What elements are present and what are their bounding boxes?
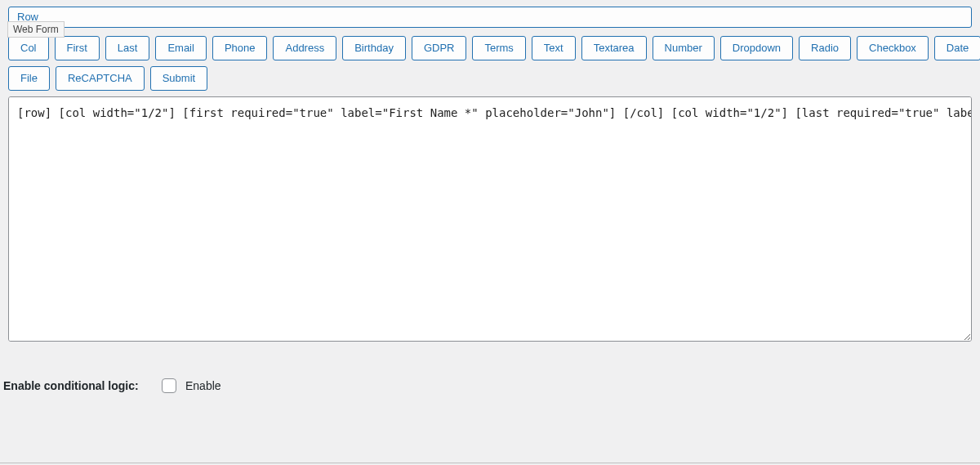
email-button[interactable]: Email (155, 36, 207, 60)
birthday-button[interactable]: Birthday (342, 36, 406, 60)
address-button[interactable]: Address (273, 36, 336, 60)
last-button[interactable]: Last (105, 36, 150, 60)
shortcode-textarea[interactable]: [row] [col width="1/2"] [first required=… (8, 96, 972, 342)
textarea-button[interactable]: Textarea (581, 36, 647, 60)
number-button[interactable]: Number (653, 36, 715, 60)
file-button[interactable]: File (8, 66, 50, 91)
gdpr-button[interactable]: GDPR (412, 36, 467, 60)
enable-conditional-logic-text: Enable (185, 379, 221, 392)
col-button[interactable]: Col (8, 36, 49, 60)
text-button[interactable]: Text (532, 36, 576, 60)
shortcode-buttons-row-2: File ReCAPTCHA Submit (8, 66, 972, 91)
shortcode-toolbar: Col First Last Email Phone Address Birth… (8, 36, 972, 91)
radio-button[interactable]: Radio (799, 36, 851, 60)
recaptcha-button[interactable]: ReCAPTCHA (56, 66, 145, 91)
web-form-tooltip: Web Form (7, 21, 65, 38)
terms-button[interactable]: Terms (472, 36, 525, 60)
phone-button[interactable]: Phone (212, 36, 268, 60)
enable-conditional-logic-row: Enable conditional logic: Enable (3, 376, 972, 396)
bottom-divider (0, 463, 980, 463)
shortcode-buttons-row-1: Col First Last Email Phone Address Birth… (8, 36, 972, 60)
row-button[interactable]: Row (8, 7, 972, 28)
checkbox-button[interactable]: Checkbox (857, 36, 929, 60)
submit-button[interactable]: Submit (150, 66, 207, 91)
first-button[interactable]: First (55, 36, 100, 60)
enable-conditional-logic-checkbox[interactable] (162, 378, 176, 393)
dropdown-button[interactable]: Dropdown (720, 36, 793, 60)
enable-conditional-logic-label: Enable conditional logic: (3, 378, 158, 394)
date-button[interactable]: Date (934, 36, 980, 60)
